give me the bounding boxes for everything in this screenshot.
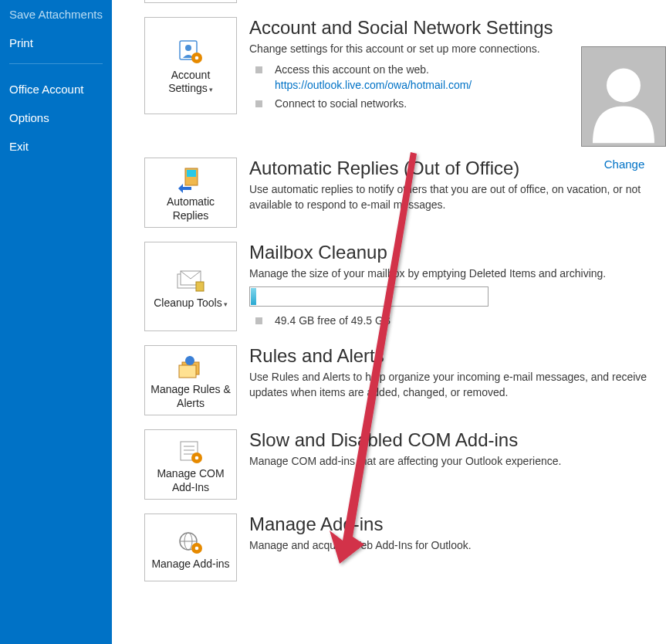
chevron-down-icon: ▾ [224, 300, 228, 308]
addins-icon [173, 527, 208, 558]
add-account-button[interactable] [144, 0, 237, 3]
automatic-replies-button[interactable]: Automatic Replies [144, 158, 237, 228]
storage-bar [249, 286, 489, 307]
account-settings-icon [174, 38, 208, 69]
cleanup-tools-button[interactable]: Cleanup Tools▾ [144, 242, 237, 331]
manage-rules-label: Manage Rules & Alerts [148, 383, 233, 410]
svg-point-19 [195, 456, 199, 460]
com-heading: Slow and Disabled COM Add-ins [249, 429, 666, 451]
svg-point-24 [195, 546, 199, 550]
avatar-container: Change [581, 46, 666, 171]
sidebar-item-options[interactable]: Options [0, 103, 112, 132]
storage-fill [251, 288, 256, 305]
storage-text: 49.4 GB free of 49.5 GB [275, 313, 390, 328]
com-desc: Manage COM add-ins that are affecting yo… [249, 454, 666, 469]
manage-com-label: Manage COM Add-Ins [148, 467, 233, 494]
account-heading: Account and Social Network Settings [249, 17, 666, 39]
svg-rect-13 [189, 356, 191, 360]
manage-rules-button[interactable]: Manage Rules & Alerts [144, 345, 237, 415]
account-access-text: Access this account on the web. [275, 62, 472, 77]
avatar-image [581, 46, 666, 147]
svg-point-4 [607, 69, 641, 103]
addins-desc: Manage and acquire Web Add-Ins for Outlo… [249, 538, 666, 554]
sidebar-item-print[interactable]: Print [0, 29, 112, 57]
change-avatar-link[interactable]: Change [581, 158, 666, 171]
cleanup-heading: Mailbox Cleanup [249, 242, 666, 263]
manage-addins-button[interactable]: Manage Add-ins [144, 514, 237, 581]
svg-rect-9 [196, 282, 204, 291]
manage-addins-label: Manage Add-ins [151, 558, 229, 571]
sidebar-separator [9, 63, 103, 64]
automatic-replies-label: Automatic Replies [148, 195, 233, 222]
svg-point-1 [185, 45, 191, 51]
automatic-replies-icon [174, 164, 207, 195]
rules-heading: Rules and Alerts [249, 345, 666, 367]
addins-heading: Manage Add-ins [249, 514, 666, 535]
main-panel: Account Settings▾ Account and Social Net… [112, 0, 666, 644]
sidebar: Save Attachments Print Office Account Op… [0, 0, 112, 644]
cleanup-desc: Manage the size of your mailbox by empty… [249, 266, 666, 282]
sidebar-item-exit[interactable]: Exit [0, 132, 112, 161]
com-addins-icon [173, 436, 208, 467]
auto-desc: Use automatic replies to notify others t… [249, 182, 666, 212]
bullet-icon [255, 100, 262, 107]
cleanup-tools-icon [173, 266, 208, 297]
account-url-link[interactable]: https://outlook.live.com/owa/hotmail.com… [275, 77, 472, 93]
account-settings-button[interactable]: Account Settings▾ [144, 17, 237, 114]
account-social-text: Connect to social networks. [275, 96, 407, 111]
svg-point-3 [195, 56, 199, 59]
account-settings-label: Account Settings▾ [148, 69, 233, 96]
cleanup-tools-label: Cleanup Tools▾ [154, 297, 227, 310]
rules-icon [173, 352, 208, 383]
svg-rect-11 [179, 365, 196, 378]
sidebar-item-save-attachments[interactable]: Save Attachments [0, 0, 112, 29]
manage-com-addins-button[interactable]: Manage COM Add-Ins [144, 429, 237, 500]
rules-desc: Use Rules and Alerts to help organize yo… [249, 370, 666, 400]
bullet-icon [255, 317, 262, 324]
svg-rect-6 [187, 170, 196, 177]
chevron-down-icon: ▾ [209, 86, 213, 93]
bullet-icon [255, 66, 262, 73]
sidebar-item-office-account[interactable]: Office Account [0, 75, 112, 103]
